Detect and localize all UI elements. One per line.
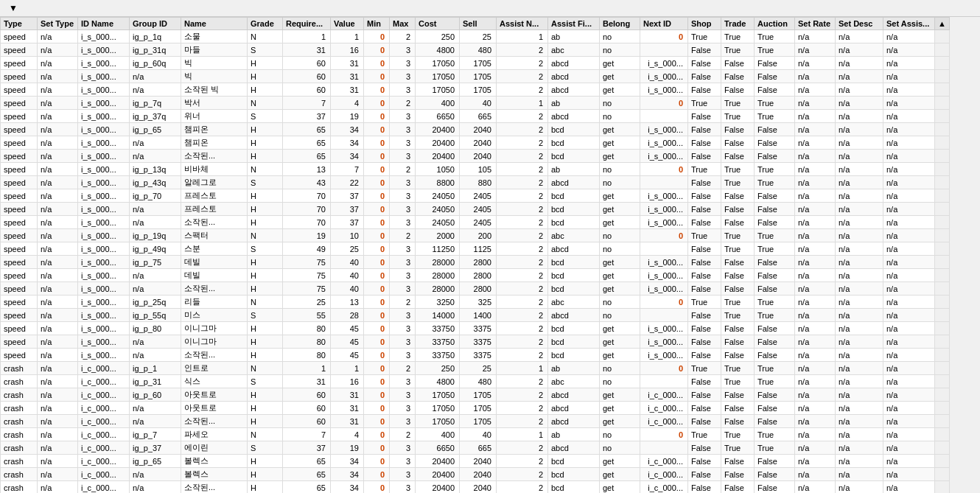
file-menu[interactable]: ▼ [3,1,24,15]
cell-r23-c0: speed [1,335,38,349]
column-header-10[interactable]: Cost [416,18,460,30]
table-row[interactable]: speedn/ai_s_000...n/a데빌H7540032800028002… [1,269,950,282]
table-row[interactable]: crashn/ai_c_000...n/a소작된...H603103170501… [1,415,950,428]
cell-r12-c1: n/a [38,189,78,203]
table-row[interactable]: speedn/ai_s_000...ig_p_55q미스S55280314000… [1,309,950,322]
table-row[interactable]: speedn/ai_s_000...n/a이니그마H80450333750337… [1,335,950,349]
table-row[interactable]: speedn/ai_s_000...n/a소작된...H754003280002… [1,282,950,296]
cell-r22-c0: speed [1,322,38,335]
cell-r27-c14: get [600,388,640,402]
cell-r22-c17: False [721,322,755,335]
column-header-13[interactable]: Assist Fi... [548,18,600,30]
table-row[interactable]: crashn/ai_c_000...n/a소작된...H653403204002… [1,481,950,494]
table-row[interactable]: speedn/ai_s_000...ig_p_13q비바체N1370210501… [1,163,950,176]
table-row[interactable]: speedn/ai_s_000...n/a프레스토H70370324050240… [1,203,950,216]
table-row[interactable]: crashn/ai_c_000...ig_p_65볼렉스H65340320400… [1,455,950,468]
column-header-9[interactable]: Max [390,18,416,30]
table-row[interactable]: speedn/ai_s_000...ig_p_25q리들N25130232503… [1,296,950,309]
column-header-8[interactable]: Min [364,18,390,30]
table-row[interactable]: speedn/ai_s_000...n/a소작된...H804503337503… [1,349,950,362]
cell-r25-c13: ab [548,362,600,375]
cell-r27-c11: 1705 [460,388,497,402]
scroll-col-cell [935,441,950,455]
cell-r9-c21: n/a [883,150,935,163]
column-header-20[interactable]: Set Desc [836,18,883,30]
table-row[interactable]: speedn/ai_s_000...n/a챔피온H653403204002040… [1,136,950,150]
column-header-12[interactable]: Assist N... [497,18,548,30]
table-row[interactable]: speedn/ai_s_000...ig_p_49q스분S49250311250… [1,242,950,256]
cell-r26-c7: 16 [331,375,364,388]
column-header-14[interactable]: Belong [600,18,640,30]
column-header-15[interactable]: Next ID [640,18,688,30]
cell-r2-c5: H [248,57,283,70]
column-header-11[interactable]: Sell [460,18,497,30]
cell-r21-c18: True [755,309,795,322]
column-header-1[interactable]: Set Type [38,18,78,30]
table-row[interactable]: crashn/ai_c_000...ig_p_31식스S311603480048… [1,375,950,388]
cell-r22-c7: 45 [331,322,364,335]
table-row[interactable]: speedn/ai_s_000...n/a빅H6031031705017052a… [1,70,950,83]
cell-r12-c9: 3 [390,189,416,203]
column-header-3[interactable]: Group ID [130,18,181,30]
table-row[interactable]: speedn/ai_s_000...ig_p_37q위너S37190366506… [1,110,950,123]
table-row[interactable]: speedn/ai_s_000...ig_p_1q소물N1102250251ab… [1,30,950,43]
cell-r14-c15: i_s_000... [640,216,688,229]
column-header-19[interactable]: Set Rate [795,18,836,30]
cell-r2-c12: 2 [497,57,548,70]
table-row[interactable]: speedn/ai_s_000...n/a소작된...H703703240502… [1,216,950,229]
cell-r33-c13: bcd [548,468,600,481]
column-header-2[interactable]: ID Name [78,18,130,30]
cell-r21-c3: ig_p_55q [130,309,181,322]
cell-r0-c21: n/a [883,30,935,43]
column-header-4[interactable]: Name [181,18,248,30]
scroll-col-cell [935,415,950,428]
cell-r6-c20: n/a [836,110,883,123]
cell-r26-c1: n/a [38,375,78,388]
cell-r8-c16: False [688,136,721,150]
column-header-0[interactable]: Type [1,18,38,30]
cell-r27-c8: 0 [364,388,390,402]
cell-r26-c9: 3 [390,375,416,388]
table-row[interactable]: crashn/ai_c_000...n/a아웃트로H60310317050170… [1,402,950,415]
table-row[interactable]: crashn/ai_c_000...ig_p_1인트로N1102250251ab… [1,362,950,375]
scroll-col-cell [935,97,950,110]
table-row[interactable]: speedn/ai_s_000...ig_p_7q박서N7402400401ab… [1,97,950,110]
table-row[interactable]: crashn/ai_c_000...n/a볼렉스H653403204002040… [1,468,950,481]
cell-r13-c14: get [600,203,640,216]
column-header-5[interactable]: Grade [248,18,283,30]
scroll-col-cell [935,402,950,415]
table-row[interactable]: speedn/ai_s_000...ig_p_70프레스토H7037032405… [1,189,950,203]
column-header-6[interactable]: Require... [283,18,331,30]
cell-r34-c11: 2040 [460,481,497,494]
cell-r21-c12: 2 [497,309,548,322]
table-row[interactable]: speedn/ai_s_000...ig_p_31q마들S31160348004… [1,43,950,57]
table-row[interactable]: crashn/ai_c_000...ig_p_7파세오N7402400401ab… [1,428,950,441]
cell-r28-c10: 17050 [416,402,460,415]
cell-r2-c18: False [755,57,795,70]
table-row[interactable]: speedn/ai_s_000...n/a소작된...H653403204002… [1,150,950,163]
column-header-18[interactable]: Auction [755,18,795,30]
table-row[interactable]: speedn/ai_s_000...ig_p_19q스팩터N1910022000… [1,229,950,242]
table-row[interactable]: crashn/ai_c_000...ig_p_37에이린S37190366506… [1,441,950,455]
cell-r16-c10: 11250 [416,242,460,256]
column-header-16[interactable]: Shop [688,18,721,30]
table-container[interactable]: TypeSet TypeID NameGroup IDNameGradeRequ… [0,17,980,493]
column-header-7[interactable]: Value [331,18,364,30]
cell-r13-c11: 2405 [460,203,497,216]
scroll-col-cell [935,309,950,322]
table-row[interactable]: speedn/ai_s_000...ig_p_60q빅H603103170501… [1,57,950,70]
cell-r8-c20: n/a [836,136,883,150]
column-header-21[interactable]: Set Assis... [883,18,935,30]
cell-r13-c1: n/a [38,203,78,216]
cell-r21-c14: no [600,309,640,322]
table-row[interactable]: speedn/ai_s_000...ig_p_65챔피온H65340320400… [1,123,950,136]
scroll-col-cell [935,110,950,123]
column-header-17[interactable]: Trade [721,18,755,30]
table-row[interactable]: speedn/ai_s_000...ig_p_80이니그마H8045033375… [1,322,950,335]
cell-r33-c1: n/a [38,468,78,481]
table-row[interactable]: crashn/ai_c_000...ig_p_60아웃트로H6031031705… [1,388,950,402]
table-row[interactable]: speedn/ai_s_000...ig_p_75데빌H754003280002… [1,256,950,269]
table-row[interactable]: speedn/ai_s_000...n/a소작된 빅H6031031705017… [1,83,950,97]
cell-r1-c11: 480 [460,43,497,57]
table-row[interactable]: speedn/ai_s_000...ig_p_43q알레그로S432203880… [1,176,950,189]
